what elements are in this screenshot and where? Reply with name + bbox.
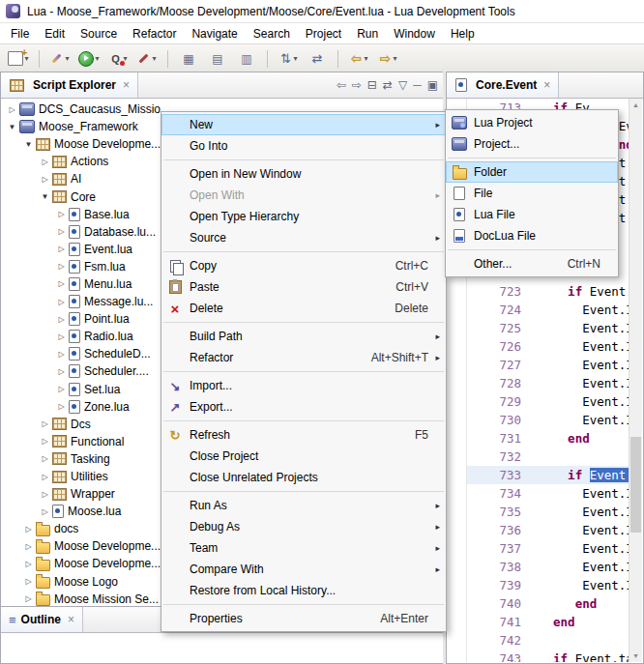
menu-item-copy[interactable]: CopyCtrl+C [161,255,446,276]
menu-item-new[interactable]: New▸ [161,114,446,135]
close-icon[interactable]: × [68,613,74,626]
editor-line-726[interactable]: 726 Event.I [448,337,629,356]
menubar-item-window[interactable]: Window [386,25,443,43]
menu-item-paste[interactable]: PasteCtrl+V [161,276,446,298]
expand-icon[interactable]: ▷ [55,298,68,306]
forward-button[interactable]: ⇨▾ [374,48,401,70]
profile-button[interactable]: ▾ [133,48,161,70]
editor-line-738[interactable]: 738 Event.I [448,558,629,576]
submenu-item-file[interactable]: File [446,183,618,204]
forward-button[interactable]: ⇨ [352,79,362,91]
editor-line-742[interactable]: 742 [448,631,629,650]
view-menu-button[interactable]: ▽ [398,79,407,91]
menu-item-delete[interactable]: ×DeleteDelete [161,298,446,319]
close-icon[interactable]: × [123,78,130,92]
expand-icon[interactable]: ▷ [55,227,68,236]
editor-line-728[interactable]: 728 Event.I [448,374,629,392]
expand-icon[interactable]: ▷ [39,490,51,499]
expand-icon[interactable]: ▷ [6,105,18,114]
scrollbar-thumb[interactable] [630,437,641,533]
submenu-item-other[interactable]: Other...Ctrl+N [446,253,618,274]
menu-item-refresh[interactable]: ↻RefreshF5 [161,424,446,446]
expand-icon[interactable]: ▷ [55,367,68,376]
tab-outline[interactable]: ≡ Outline × [1,607,83,632]
menubar-item-edit[interactable]: Edit [37,25,73,43]
menu-item-debug-as[interactable]: Debug As▸ [161,516,446,537]
submenu-item-folder[interactable]: Folder [446,161,618,183]
expand-icon[interactable]: ▷ [55,262,68,271]
editor-line-735[interactable]: 735 Event.I [448,503,629,521]
expand-icon[interactable]: ▷ [22,525,35,534]
expand-icon[interactable]: ▷ [39,419,51,428]
collapse-icon[interactable]: ▼ [6,123,18,131]
expand-icon[interactable]: ▷ [39,507,51,516]
expand-icon[interactable]: ▷ [55,279,68,288]
menu-item-refactor[interactable]: RefactorAlt+Shift+T▸ [161,347,446,368]
editor-line-741[interactable]: 741 end [448,613,629,631]
back-button[interactable]: ⇦▾ [345,48,372,70]
close-icon[interactable]: × [543,78,550,92]
menubar-item-refactor[interactable]: Refactor [125,25,184,43]
expand-icon[interactable]: ▷ [22,542,35,551]
menu-item-build-path[interactable]: Build Path▸ [161,326,446,347]
run-button[interactable]: ▾ [75,48,102,70]
maximize-button[interactable]: ▣ [427,79,438,91]
expand-icon[interactable]: ▷ [55,350,68,359]
scroll-down-icon[interactable]: ▼ [629,650,642,662]
menu-item-restore-from-local-history[interactable]: Restore from Local History... [161,580,446,601]
editor-line-734[interactable]: 734 Event.I [448,484,629,503]
expand-icon[interactable]: ▷ [55,385,68,393]
submenu-item-project[interactable]: Project... [446,133,618,155]
expand-icon[interactable]: ▷ [55,245,68,253]
menu-item-run-as[interactable]: Run As▸ [161,495,446,516]
menu-item-import[interactable]: ↘Import... [161,375,446,396]
expand-icon[interactable]: ▷ [39,175,51,184]
expand-icon[interactable]: ▷ [39,437,51,446]
editor-line-743[interactable]: 743 if Event.ta [448,650,629,662]
expand-icon[interactable]: ▷ [22,560,35,568]
editor-line-730[interactable]: 730 Event.I [448,411,629,429]
expand-icon[interactable]: ▷ [39,473,51,481]
menu-item-close-unrelated-projects[interactable]: Close Unrelated Projects [161,467,446,488]
menubar-item-search[interactable]: Search [246,25,298,43]
link-with-editor-button[interactable]: ⇄ [383,79,393,91]
editor-line-727[interactable]: 727 Event.I [448,356,629,374]
expand-icon[interactable]: ▷ [22,594,35,603]
coverage-button[interactable]: Q▾ [104,48,132,70]
minimize-button[interactable]: ─ [413,79,422,91]
tab-script-explorer[interactable]: Script Explorer × [1,72,138,98]
tasks-view-button[interactable]: ▤ [204,48,231,70]
editor-line-737[interactable]: 737 Event.I [448,539,629,558]
menu-item-open-in-new-window[interactable]: Open in New Window [161,163,446,185]
expand-icon[interactable]: ▷ [55,332,68,341]
submenu-item-lua-file[interactable]: Lua File [446,204,618,225]
editor-line-736[interactable]: 736 Event.I [448,521,629,539]
editor-line-729[interactable]: 729 Event.I [448,392,629,411]
menu-item-go-into[interactable]: Go Into [161,135,446,157]
collapse-icon[interactable]: ▼ [39,192,51,201]
link-with-editor-button[interactable]: ⇄ [304,48,331,70]
editor-line-731[interactable]: 731 end [448,429,629,447]
menu-item-source[interactable]: Source▸ [161,227,446,248]
expand-icon[interactable]: ▷ [22,577,35,586]
menu-item-properties[interactable]: PropertiesAlt+Enter [161,608,446,629]
editor-line-724[interactable]: 724 Event.I [448,301,629,319]
menubar-item-help[interactable]: Help [443,25,483,43]
editor-line-733[interactable]: 733 if Event. [448,466,629,484]
menubar-item-project[interactable]: Project [298,25,349,43]
menubar-item-source[interactable]: Source [73,25,125,43]
expand-icon[interactable]: ▷ [39,454,51,463]
new-wizard-button[interactable]: ▾ [5,48,32,70]
scroll-up-icon[interactable]: ▲ [629,99,642,111]
editor-scrollbar[interactable]: ▲ ▼ [629,99,642,662]
menu-item-open-type-hierarchy[interactable]: Open Type Hierarchy [161,206,446,227]
expand-icon[interactable]: ▷ [39,158,51,166]
expand-icon[interactable]: ▷ [55,402,68,411]
editor-line-732[interactable]: 732 [448,447,629,466]
menubar-item-file[interactable]: File [3,25,37,43]
submenu-item-lua-project[interactable]: Lua Project [446,112,618,133]
menubar-item-navigate[interactable]: Navigate [184,25,245,43]
collapse-icon[interactable]: ▼ [22,140,35,149]
editor-line-723[interactable]: 723 if Event. [448,282,629,301]
menu-item-team[interactable]: Team▸ [161,537,446,559]
